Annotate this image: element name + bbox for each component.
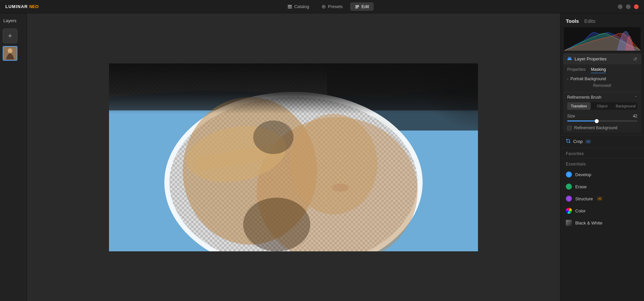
edit-btn[interactable]: Edit: [350, 2, 374, 11]
structure-label: Structure: [575, 196, 593, 201]
maximize-btn[interactable]: ⧠: [626, 4, 631, 9]
crop-section[interactable]: Crop AI: [560, 135, 644, 148]
develop-label: Develop: [575, 172, 591, 177]
layer-preview-svg: [3, 47, 17, 60]
svg-point-4: [323, 6, 324, 7]
app-name: LUMINAR: [5, 4, 28, 9]
tools-edits-header: Tools Edits: [560, 13, 644, 27]
subject-svg: [109, 63, 478, 251]
edits-tab[interactable]: Edits: [584, 18, 595, 24]
chevron-up-icon: ⌃: [634, 95, 637, 100]
bw-label: Black & White: [575, 220, 602, 225]
color-label: Color: [575, 208, 586, 213]
removed-status: Removed!: [567, 81, 637, 90]
svg-rect-1: [288, 6, 292, 7]
crop-label: Crop: [573, 139, 583, 144]
svg-point-20: [253, 120, 293, 154]
tools-tab[interactable]: Tools: [566, 18, 579, 24]
develop-icon: [566, 171, 572, 178]
crop-svg-icon: [566, 139, 571, 143]
window-controls: − ⧠ ✕: [618, 4, 639, 9]
presets-label: Presets: [328, 4, 343, 9]
layer-props-title-row: Layer Properties: [567, 56, 606, 62]
size-slider-thumb[interactable]: [595, 119, 599, 123]
app-version: NEO: [29, 4, 39, 9]
layers-icon: [567, 56, 572, 61]
background-tab[interactable]: Background: [614, 102, 637, 110]
close-icon: ✕: [635, 5, 638, 8]
structure-tool[interactable]: Structure AI: [560, 193, 644, 205]
add-icon: +: [8, 32, 12, 40]
histogram-svg: [564, 27, 641, 51]
size-slider-row: [563, 120, 641, 124]
svg-point-6: [8, 48, 12, 53]
svg-point-21: [243, 198, 310, 251]
structure-icon: [566, 196, 572, 202]
close-btn[interactable]: ✕: [634, 4, 639, 9]
edit-label: Edit: [362, 4, 369, 9]
svg-rect-2: [288, 8, 292, 8]
portrait-background-header[interactable]: ‹ Portrait Background: [567, 77, 637, 81]
masking-tab[interactable]: Masking: [591, 67, 606, 73]
svg-rect-29: [568, 57, 571, 58]
right-panel: Tools Edits: [560, 13, 644, 301]
titlebar: LUMINAR NEO Catalog Presets Edit − ⧠ ✕: [0, 0, 644, 13]
svg-point-19: [290, 114, 377, 214]
size-row: Size 42: [563, 112, 641, 120]
maximize-icon: ⧠: [627, 5, 630, 8]
tob-tabs: Transition Object Background: [567, 102, 637, 110]
layer-props-reset-icon[interactable]: ↺: [633, 56, 637, 62]
svg-point-22: [332, 184, 349, 192]
erase-tool[interactable]: Erase: [560, 181, 644, 193]
transition-tab[interactable]: Transition: [567, 102, 591, 110]
favorites-header: Favorites: [560, 148, 644, 158]
crop-icon: [566, 139, 571, 144]
canvas-container: [109, 63, 478, 251]
layer-properties-title: Layer Properties: [575, 56, 606, 61]
portrait-background-title: Portrait Background: [571, 77, 606, 81]
object-tab[interactable]: Object: [591, 102, 614, 110]
app-logo: LUMINAR NEO: [5, 4, 39, 9]
main-area: Layers +: [0, 13, 644, 301]
presets-btn[interactable]: Presets: [317, 2, 347, 11]
refinement-background-label: Refinement Background: [574, 126, 618, 130]
refinements-header[interactable]: Refinements Brush ⌃: [563, 92, 641, 102]
layer-properties-header[interactable]: Layer Properties ↺: [563, 53, 641, 64]
chevron-left-icon: ‹: [567, 77, 569, 81]
histogram: [564, 27, 641, 51]
presets-icon: [321, 4, 326, 9]
canvas-area[interactable]: [27, 13, 560, 301]
edit-icon: [355, 4, 360, 9]
refinement-background-checkbox[interactable]: [567, 126, 572, 130]
titlebar-nav: Catalog Presets Edit: [283, 2, 374, 11]
svg-rect-0: [288, 5, 292, 6]
size-slider-track[interactable]: [567, 120, 637, 121]
refinement-background-row: Refinement Background: [563, 124, 641, 133]
layers-panel: Layers +: [0, 13, 27, 301]
layer-thumbnail[interactable]: [3, 46, 17, 61]
catalog-btn[interactable]: Catalog: [283, 2, 314, 11]
layer-props-icon: [567, 56, 572, 62]
structure-ai-badge: AI: [597, 197, 603, 201]
essentials-header: Essentials: [560, 158, 644, 168]
erase-label: Erase: [575, 184, 587, 189]
layer-thumb-content: [3, 47, 17, 60]
minimize-btn[interactable]: −: [618, 4, 623, 9]
color-tool[interactable]: Color: [560, 205, 644, 217]
crop-ai-badge: AI: [585, 140, 591, 144]
refinements-title: Refinements Brush: [567, 95, 601, 100]
size-label: Size: [567, 114, 575, 118]
catalog-icon: [287, 4, 292, 9]
properties-tab[interactable]: Properties: [567, 67, 586, 73]
layers-title: Layers: [3, 17, 24, 26]
add-layer-btn[interactable]: +: [3, 29, 17, 43]
catalog-label: Catalog: [294, 4, 309, 9]
portrait-background-section: ‹ Portrait Background Removed!: [563, 74, 641, 92]
bw-tool[interactable]: Black & White: [560, 217, 644, 229]
properties-masking-tabs: Properties Masking: [563, 64, 641, 74]
develop-tool[interactable]: Develop: [560, 168, 644, 181]
erase-icon: [566, 184, 572, 190]
size-value: 42: [633, 114, 637, 118]
minimize-icon: −: [619, 5, 621, 8]
bw-icon: [566, 220, 572, 226]
